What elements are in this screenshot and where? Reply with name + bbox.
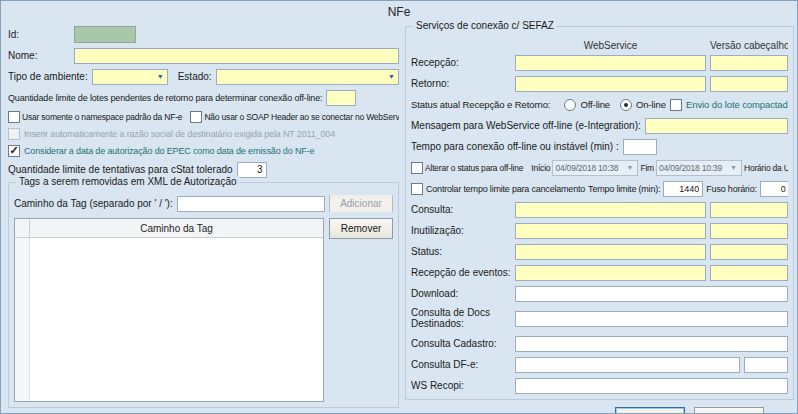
inicio-label: Início (531, 163, 550, 173)
recepcao-label: Recepção: (411, 57, 511, 68)
epec-row: Considerar a data de autorização do EPEC… (8, 144, 399, 158)
tags-buttons-column: Remover (329, 218, 393, 402)
remover-button[interactable]: Remover (329, 218, 393, 239)
offline-radio[interactable] (564, 99, 576, 111)
tags-group: Tags a serem removidas em XML de Autoriz… (8, 182, 399, 408)
soap-header-checkbox[interactable] (190, 111, 202, 123)
consulta-dfe-row: Consulta DF-e: (411, 356, 788, 373)
consulta-dfe-webservice-input[interactable] (515, 357, 740, 373)
recepcao-eventos-webservice-input[interactable] (515, 265, 706, 281)
download-row: Download: (411, 285, 788, 302)
controlar-tempo-checkbox[interactable] (411, 183, 423, 195)
alterar-status-checkbox[interactable] (411, 162, 423, 174)
caminho-tag-label: Caminho da Tag (separado por ' / '): (14, 198, 173, 209)
inicio-datetime-value: 04/09/2018 10:38 (555, 163, 618, 173)
tipo-ambiente-select[interactable]: ▼ (92, 69, 168, 85)
namespace-soap-row: Usar somente o namespace padrão da NF-e … (8, 110, 399, 124)
cstat-label: Quantidade limite de tentativas para cSt… (8, 164, 233, 175)
inutilizacao-webservice-input[interactable] (515, 223, 706, 239)
retorno-row: Retorno: (411, 75, 788, 92)
chevron-down-icon: ▼ (624, 164, 635, 171)
retorno-label: Retorno: (411, 78, 511, 89)
lotes-limite-input[interactable] (326, 90, 356, 106)
id-value-box (74, 26, 136, 43)
recepcao-eventos-versao-input[interactable] (710, 265, 788, 281)
download-webservice-input[interactable] (515, 286, 788, 302)
docs-destinados-label: Consulta de Docs Destinados: (411, 308, 511, 329)
tempo-limite-label: Tempo limite (min): (588, 184, 660, 194)
consulta-dfe-extra-input[interactable] (744, 357, 788, 373)
recepcao-row: Recepção: (411, 54, 788, 71)
controlar-tempo-label: Controlar tempo limite para cancelamento (426, 184, 585, 194)
consulta-cadastro-webservice-input[interactable] (515, 336, 788, 352)
ws-recopi-webservice-input[interactable] (515, 378, 788, 394)
tipo-ambiente-label: Tipo de ambiente: (8, 71, 88, 82)
mensagem-offline-input[interactable] (645, 118, 788, 134)
sefaz-group: Serviços de conexão c/ SEFAZ WebService … (405, 26, 794, 400)
recepcao-eventos-label: Recepção de eventos: (411, 267, 511, 278)
status-versao-input[interactable] (710, 244, 788, 260)
tempo-limite-input[interactable] (663, 181, 703, 197)
titlebar[interactable]: NFe (1, 1, 797, 23)
consulta-cadastro-row: Consulta Cadastro: (411, 335, 788, 352)
docs-destinados-webservice-input[interactable] (515, 311, 788, 327)
fechar-button[interactable]: Fechar (615, 407, 685, 414)
fim-datetime-value: 04/09/2018 10:39 (659, 163, 722, 173)
estado-label: Estado: (178, 71, 212, 82)
razao-social-row: Inserir automaticamente a razão social d… (8, 127, 399, 141)
nome-input[interactable] (74, 48, 399, 64)
caminho-tag-input[interactable] (177, 196, 325, 212)
status-webservice-input[interactable] (515, 244, 706, 260)
namespace-checkbox-label: Usar somente o namespace padrão da NF-e (22, 112, 182, 122)
versao-column-header: Versão cabeçalho (710, 40, 788, 51)
retorno-versao-input[interactable] (710, 76, 788, 92)
retorno-webservice-input[interactable] (515, 76, 706, 92)
tempo-conexao-label: Tempo para conexão off-line ou instável … (411, 141, 619, 152)
tempo-conexao-input[interactable] (623, 139, 657, 155)
window-title: NFe (388, 5, 411, 19)
recepcao-eventos-row: Recepção de eventos: (411, 264, 788, 281)
mensagem-offline-label: Mensagem para WebService off-line (e-Int… (411, 120, 641, 131)
lotes-limite-label: Quantidade limite de lotes pendentes de … (8, 93, 322, 103)
recepcao-webservice-input[interactable] (515, 55, 706, 71)
status-label: Status: (411, 246, 511, 257)
ambiente-estado-row: Tipo de ambiente: ▼ Estado: ▼ (8, 68, 399, 85)
chevron-down-icon: ▼ (154, 73, 167, 80)
row-header-cell (15, 219, 30, 237)
gravar-button[interactable]: Gravar (694, 407, 764, 414)
inicio-datetime-picker: 04/09/2018 10:38 ▼ (552, 160, 638, 176)
status-row: Status: (411, 243, 788, 260)
sefaz-group-title: Serviços de conexão c/ SEFAZ (413, 20, 557, 31)
epec-checkbox[interactable] (8, 145, 20, 157)
row-header-strip (15, 238, 30, 401)
id-row: Id: (8, 26, 399, 43)
soap-header-checkbox-label: Não usar o SOAP Header ao se conectar no… (204, 112, 399, 122)
tags-table-area: Caminho da Tag Remover (14, 218, 393, 402)
consulta-versao-input[interactable] (710, 202, 788, 218)
estado-select[interactable]: ▼ (216, 69, 399, 85)
tags-table[interactable]: Caminho da Tag (14, 218, 324, 402)
namespace-checkbox[interactable] (8, 111, 20, 123)
fuso-horario-label: Fuso horário: (706, 184, 756, 194)
ws-recopi-row: WS Recopi: (411, 377, 788, 394)
inutilizacao-label: Inutilização: (411, 225, 511, 236)
left-panel: Id: Nome: Tipo de ambiente: ▼ Estado: ▼ … (8, 26, 399, 408)
inutilizacao-versao-input[interactable] (710, 223, 788, 239)
razao-social-checkbox-label: Inserir automaticamente a razão social d… (24, 129, 335, 139)
tags-table-body[interactable] (15, 238, 323, 401)
recepcao-versao-input[interactable] (710, 55, 788, 71)
docs-destinados-row: Consulta de Docs Destinados: (411, 306, 788, 331)
controlar-tempo-row: Controlar tempo limite para cancelamento… (411, 180, 788, 197)
envio-compactado-checkbox[interactable] (670, 99, 682, 111)
offline-radio-label: Off-line (580, 99, 610, 110)
tags-group-title: Tags a serem removidas em XML de Autoriz… (16, 176, 240, 187)
caminho-tag-row: Caminho da Tag (separado por ' / '): Adi… (14, 195, 393, 212)
fim-datetime-picker: 04/09/2018 10:39 ▼ (656, 160, 742, 176)
online-radio[interactable] (620, 99, 632, 111)
fuso-horario-input[interactable] (760, 181, 788, 197)
tags-table-column-title: Caminho da Tag (30, 219, 323, 237)
consulta-dfe-label: Consulta DF-e: (411, 359, 511, 370)
cstat-input[interactable] (237, 162, 267, 178)
inutilizacao-row: Inutilização: (411, 222, 788, 239)
consulta-webservice-input[interactable] (515, 202, 706, 218)
